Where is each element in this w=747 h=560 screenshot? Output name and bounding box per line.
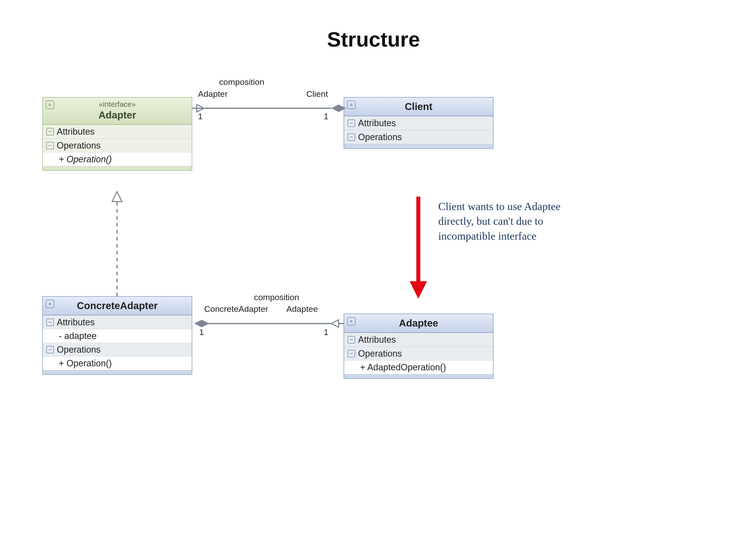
class-name: ConcreteAdapter	[46, 300, 188, 311]
class-name: Adaptee	[347, 318, 490, 329]
minus-icon: −	[347, 133, 355, 141]
svg-marker-5	[112, 192, 122, 202]
class-concrete-adapter: ConcreteAdapter −Attributes - adaptee −O…	[42, 296, 192, 375]
minus-icon: −	[46, 346, 54, 353]
conn-mult-right: 1	[324, 111, 329, 121]
annotation-text: Client wants to use Adaptee directly, bu…	[438, 199, 578, 243]
minus-icon: −	[46, 142, 54, 149]
stereotype: «interface»	[46, 100, 188, 108]
operations-header: −Operations	[344, 347, 493, 361]
minus-icon: −	[46, 128, 54, 135]
page-title: Structure	[0, 27, 747, 52]
minus-icon: −	[347, 119, 355, 127]
class-name: Client	[347, 101, 490, 112]
operations-header: −Operations	[344, 130, 493, 144]
minus-icon: −	[347, 336, 355, 344]
class-adaptee: Adaptee −Attributes −Operations + Adapte…	[344, 314, 493, 379]
conn-role-left: Adapter	[198, 89, 228, 99]
connectors	[0, 0, 747, 560]
operation-item: + Operation()	[43, 153, 192, 166]
collapse-icon	[46, 101, 54, 109]
diagram-canvas: Structure «interface» Adapter −Attribute…	[0, 0, 747, 560]
operation-item: + AdaptedOperation()	[344, 361, 493, 374]
class-name: Adapter	[46, 109, 188, 121]
conn-mult-left: 1	[198, 111, 203, 121]
attributes-header: −Attributes	[43, 315, 192, 329]
conn-mult-right: 1	[324, 327, 329, 337]
conn-mult-left: 1	[199, 327, 204, 337]
attributes-header: −Attributes	[344, 333, 493, 347]
minus-icon: −	[347, 350, 355, 357]
svg-marker-3	[194, 320, 209, 327]
attributes-header: −Attributes	[43, 125, 192, 139]
conn-label-composition: composition	[254, 292, 299, 302]
conn-label-composition: composition	[219, 77, 264, 87]
collapse-icon	[46, 300, 54, 308]
minus-icon: −	[46, 319, 54, 326]
class-adapter: «interface» Adapter −Attributes −Operati…	[42, 97, 192, 171]
attributes-header: −Attributes	[344, 116, 493, 130]
operations-header: −Operations	[43, 343, 192, 357]
svg-marker-7	[410, 281, 427, 299]
conn-role-right: Adaptee	[286, 304, 318, 314]
collapse-icon	[347, 317, 356, 325]
class-client: Client −Attributes −Operations	[344, 97, 493, 149]
operations-header: −Operations	[43, 139, 192, 153]
conn-role-right: Client	[306, 89, 328, 99]
conn-role-left: ConcreteAdapter	[204, 304, 268, 314]
attribute-item: - adaptee	[43, 329, 192, 343]
collapse-icon	[347, 101, 356, 109]
operation-item: + Operation()	[43, 357, 192, 370]
